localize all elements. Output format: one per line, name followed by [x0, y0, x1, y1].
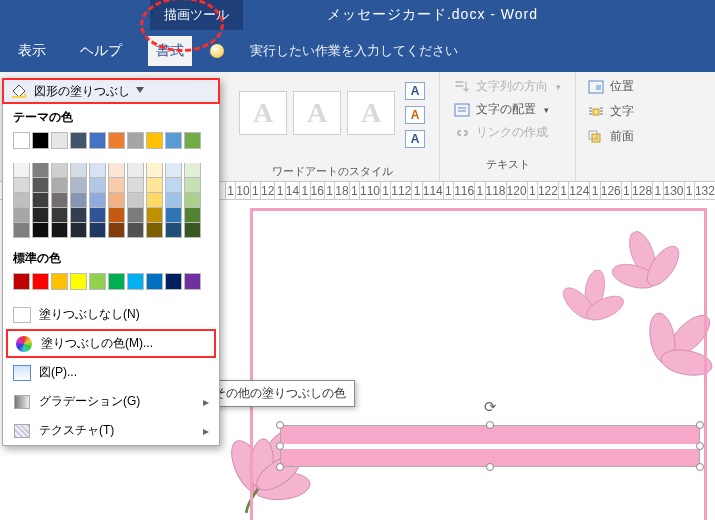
tell-me-input[interactable]: 実行したい作業を入力してください — [242, 36, 466, 66]
color-swatch[interactable] — [70, 273, 87, 290]
color-swatch[interactable] — [51, 193, 68, 208]
gradient-fill-item[interactable]: グラデーション(G) ▸ — [3, 387, 219, 416]
position-button[interactable]: 位置 — [588, 78, 634, 95]
color-swatch[interactable] — [108, 178, 125, 193]
color-swatch[interactable] — [89, 178, 106, 193]
color-swatch[interactable] — [184, 163, 201, 178]
color-swatch[interactable] — [165, 132, 182, 149]
color-swatch[interactable] — [127, 273, 144, 290]
color-swatch[interactable] — [89, 132, 106, 149]
color-swatch[interactable] — [89, 163, 106, 178]
color-swatch[interactable] — [51, 178, 68, 193]
color-swatch[interactable] — [165, 193, 182, 208]
color-swatch[interactable] — [184, 178, 201, 193]
wordart-style-3[interactable]: A — [347, 91, 395, 135]
wrap-text-button[interactable]: 文字 — [588, 103, 634, 120]
text-direction-button[interactable]: 文字列の方向 ▾ — [454, 78, 561, 95]
no-fill-icon — [13, 307, 31, 323]
color-swatch[interactable] — [51, 208, 68, 223]
color-swatch[interactable] — [108, 208, 125, 223]
shape-fill-button[interactable]: 図形の塗りつぶし — [2, 78, 220, 104]
color-swatch[interactable] — [165, 163, 182, 178]
color-swatch[interactable] — [127, 132, 144, 149]
more-fill-colors-label: 塗りつぶしの色(M)... — [41, 335, 153, 352]
color-swatch[interactable] — [13, 193, 30, 208]
text-direction-icon — [454, 80, 470, 94]
color-swatch[interactable] — [32, 208, 49, 223]
picture-fill-item[interactable]: 図(P)... — [3, 358, 219, 387]
color-swatch[interactable] — [13, 132, 30, 149]
color-swatch[interactable] — [13, 223, 30, 238]
color-swatch[interactable] — [32, 273, 49, 290]
color-swatch[interactable] — [89, 273, 106, 290]
tab-help[interactable]: ヘルプ — [72, 36, 130, 66]
color-swatch[interactable] — [70, 178, 87, 193]
color-swatch[interactable] — [108, 193, 125, 208]
color-swatch[interactable] — [127, 193, 144, 208]
color-swatch[interactable] — [13, 178, 30, 193]
color-swatch[interactable] — [51, 223, 68, 238]
align-text-button[interactable]: 文字の配置 ▾ — [454, 101, 561, 118]
tab-format[interactable]: 書式 — [148, 36, 192, 66]
text-outline-button[interactable]: A — [405, 106, 425, 124]
wordart-style-1[interactable]: A — [239, 91, 287, 135]
ruler-tick: 10 — [235, 182, 249, 199]
color-swatch[interactable] — [146, 163, 163, 178]
color-swatch[interactable] — [184, 193, 201, 208]
color-swatch[interactable] — [127, 208, 144, 223]
color-swatch[interactable] — [184, 208, 201, 223]
color-swatch[interactable] — [70, 208, 87, 223]
color-swatch[interactable] — [146, 223, 163, 238]
color-swatch[interactable] — [165, 273, 182, 290]
arrange-group: 位置 文字 前面 — [576, 72, 646, 181]
color-swatch[interactable] — [51, 132, 68, 149]
color-swatch[interactable] — [13, 163, 30, 178]
color-swatch[interactable] — [32, 193, 49, 208]
color-swatch[interactable] — [51, 163, 68, 178]
color-swatch[interactable] — [13, 273, 30, 290]
color-swatch[interactable] — [108, 163, 125, 178]
color-swatch[interactable] — [89, 223, 106, 238]
color-swatch[interactable] — [32, 132, 49, 149]
color-swatch[interactable] — [184, 273, 201, 290]
color-swatch[interactable] — [184, 132, 201, 149]
no-fill-item[interactable]: 塗りつぶしなし(N) — [3, 300, 219, 329]
color-swatch[interactable] — [184, 223, 201, 238]
color-swatch[interactable] — [32, 223, 49, 238]
texture-fill-item[interactable]: テクスチャ(T) ▸ — [3, 416, 219, 445]
color-swatch[interactable] — [146, 273, 163, 290]
color-swatch[interactable] — [108, 132, 125, 149]
color-swatch[interactable] — [127, 178, 144, 193]
color-swatch[interactable] — [165, 223, 182, 238]
color-swatch[interactable] — [32, 163, 49, 178]
svg-rect-4 — [592, 134, 600, 142]
color-swatch[interactable] — [13, 208, 30, 223]
color-swatch[interactable] — [146, 193, 163, 208]
color-swatch[interactable] — [70, 132, 87, 149]
color-swatch[interactable] — [70, 163, 87, 178]
color-swatch[interactable] — [165, 208, 182, 223]
color-swatch[interactable] — [89, 208, 106, 223]
color-swatch[interactable] — [89, 193, 106, 208]
color-swatch[interactable] — [70, 223, 87, 238]
color-swatch[interactable] — [51, 273, 68, 290]
color-swatch[interactable] — [146, 178, 163, 193]
color-swatch[interactable] — [108, 223, 125, 238]
text-effects-button[interactable]: A — [405, 130, 425, 148]
color-swatch[interactable] — [165, 178, 182, 193]
tab-view[interactable]: 表示 — [10, 36, 54, 66]
color-swatch[interactable] — [127, 223, 144, 238]
document-canvas[interactable]: ⟳ — [225, 200, 715, 520]
color-swatch[interactable] — [70, 193, 87, 208]
more-fill-colors-item[interactable]: 塗りつぶしの色(M)... — [6, 329, 216, 358]
text-fill-button[interactable]: A — [405, 82, 425, 100]
color-swatch[interactable] — [127, 163, 144, 178]
wordart-style-2[interactable]: A — [293, 91, 341, 135]
color-swatch[interactable] — [32, 178, 49, 193]
contextual-tab-drawing-tools[interactable]: 描画ツール — [150, 0, 243, 30]
color-swatch[interactable] — [108, 273, 125, 290]
color-swatch[interactable] — [146, 132, 163, 149]
color-swatch[interactable] — [146, 208, 163, 223]
create-link-button[interactable]: リンクの作成 — [454, 124, 561, 141]
bring-front-button[interactable]: 前面 — [588, 128, 634, 145]
